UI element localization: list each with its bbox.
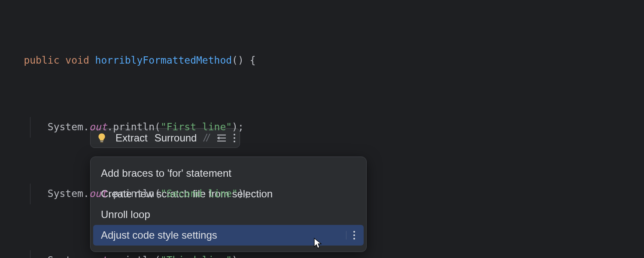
popup-item-adjust-code-style[interactable]: Adjust code style settings bbox=[93, 225, 364, 246]
popup-item-label: Add braces to 'for' statement bbox=[101, 167, 231, 179]
mouse-cursor-icon bbox=[311, 237, 323, 252]
code-line[interactable]: System.out.println("First line"); bbox=[0, 117, 644, 138]
submenu-icon[interactable] bbox=[346, 231, 355, 240]
reformat-icon[interactable] bbox=[216, 134, 227, 142]
svg-rect-0 bbox=[100, 141, 103, 142]
popup-item-unroll-loop[interactable]: Unroll loop bbox=[91, 204, 366, 225]
code-line[interactable]: public void horriblyFormattedMethod() { bbox=[0, 50, 644, 71]
method-name: horriblyFormattedMethod bbox=[95, 55, 232, 66]
more-icon[interactable] bbox=[234, 134, 235, 142]
intention-popup: Add braces to 'for' statement Create new… bbox=[90, 157, 367, 252]
keyword-public: public bbox=[24, 55, 59, 66]
popup-item-label: Unroll loop bbox=[101, 209, 150, 221]
popup-item-add-braces[interactable]: Add braces to 'for' statement bbox=[91, 163, 366, 184]
punct: () { bbox=[232, 55, 255, 66]
keyword-void: void bbox=[65, 55, 89, 66]
popup-item-label: Adjust code style settings bbox=[101, 229, 217, 241]
